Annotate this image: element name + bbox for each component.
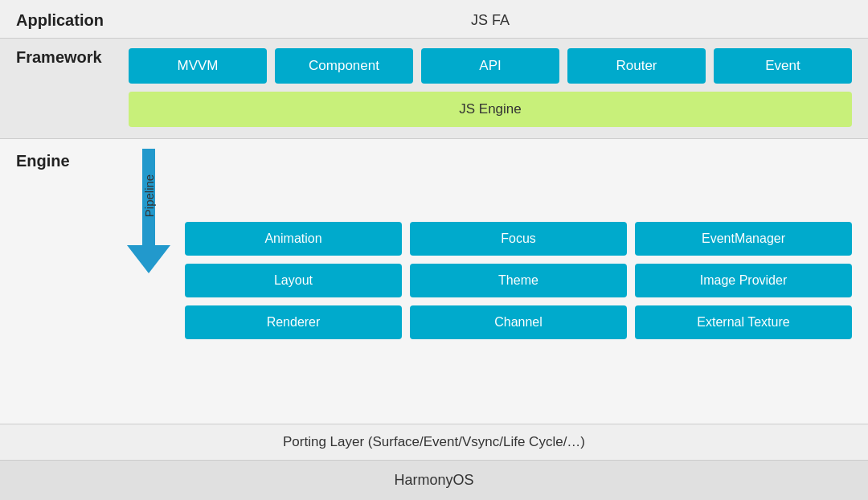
theme-box: Theme: [410, 264, 627, 297]
external-texture-box: External Texture: [635, 305, 852, 339]
renderer-box: Renderer: [185, 305, 402, 339]
eventmanager-box: EventManager: [635, 222, 852, 256]
engine-boxes-area: Animation Focus EventManager Layout Them…: [185, 149, 852, 412]
svg-rect-0: [142, 149, 155, 245]
layout-box: Layout: [185, 264, 402, 297]
framework-top-row: MVVM Component API Router Event: [129, 48, 852, 84]
component-box: Component: [275, 48, 413, 84]
framework-engine-row: JS Engine: [129, 92, 852, 127]
engine-row-1: Animation Focus EventManager: [185, 222, 852, 256]
pipeline-arrow-svg: [127, 149, 170, 277]
application-section: Application JS FA: [0, 0, 868, 39]
framework-section: Framework MVVM Component API Router Even…: [0, 39, 868, 139]
harmonyos-label: HarmonyOS: [394, 472, 473, 488]
porting-label: Porting Layer (Surface/Event/Vsync/Life …: [283, 434, 585, 449]
image-provider-box: Image Provider: [635, 264, 852, 297]
engine-label: Engine: [16, 152, 129, 170]
api-box: API: [421, 48, 559, 84]
engine-row-2: Layout Theme Image Provider: [185, 264, 852, 297]
focus-box: Focus: [410, 222, 627, 256]
engine-label-area: Engine: [16, 149, 129, 412]
svg-marker-1: [127, 245, 170, 273]
js-engine-box: JS Engine: [129, 92, 852, 127]
router-box: Router: [567, 48, 706, 84]
engine-row-3: Renderer Channel External Texture: [185, 305, 852, 339]
framework-boxes: MVVM Component API Router Event JS Engin…: [129, 48, 852, 127]
mvvm-box: MVVM: [129, 48, 267, 84]
js-fa-label: JS FA: [129, 12, 852, 29]
diagram-container: Application JS FA Framework MVVM Compone…: [0, 0, 868, 500]
animation-box: Animation: [185, 222, 402, 256]
channel-box: Channel: [410, 305, 627, 339]
application-label: Application: [16, 11, 129, 30]
engine-inner: Engine Pipeline Animation Focus EventMan…: [16, 149, 852, 412]
pipeline-arrow: Pipeline: [129, 149, 169, 412]
engine-section: Engine Pipeline Animation Focus EventMan…: [0, 139, 868, 424]
framework-label: Framework: [16, 48, 129, 67]
event-box: Event: [714, 48, 852, 84]
harmonyos-section: HarmonyOS: [0, 461, 868, 500]
porting-section: Porting Layer (Surface/Event/Vsync/Life …: [0, 424, 868, 461]
